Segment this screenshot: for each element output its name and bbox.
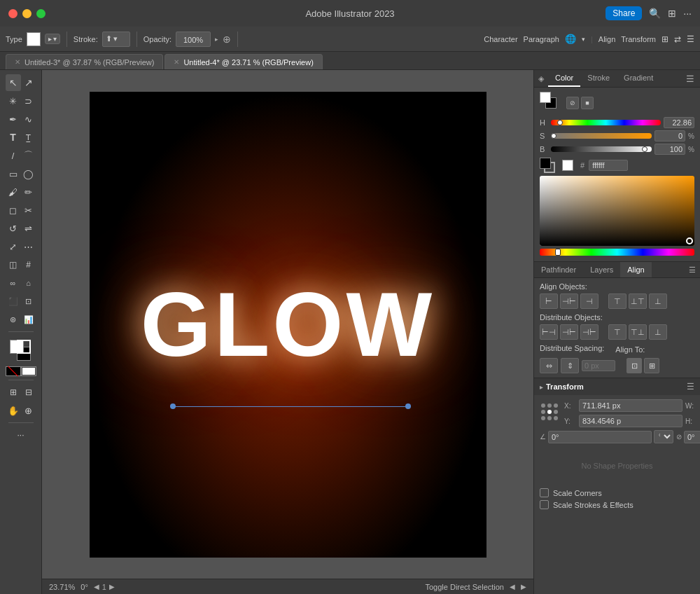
anchor-br[interactable] xyxy=(554,416,558,420)
transform-button[interactable]: Transform xyxy=(621,35,656,43)
free-transform-tool[interactable]: ⊡ xyxy=(21,293,36,310)
bright-value[interactable] xyxy=(654,144,685,155)
dist-bottom-button[interactable]: ⊥ xyxy=(649,324,667,340)
anchor-tc[interactable] xyxy=(547,403,552,408)
blend-tool[interactable]: ∞ xyxy=(6,275,21,291)
anchor-bc[interactable] xyxy=(547,416,552,420)
anchor-tl[interactable] xyxy=(541,403,545,408)
tab1-close[interactable]: ✕ xyxy=(15,58,20,66)
artboard-tool[interactable]: ⊞ xyxy=(6,384,21,401)
document-tab-1[interactable]: ✕ Untitled-3* @ 37.87 % (RGB/Preview) xyxy=(6,54,163,69)
dist-center-h-button[interactable]: ⊣⊢ xyxy=(560,324,578,340)
paragraph-button[interactable]: Paragraph xyxy=(524,35,559,43)
align-middle-v-button[interactable]: ⊥⊤ xyxy=(629,293,647,309)
transform-menu-icon[interactable]: ☰ xyxy=(687,382,694,392)
hue-value[interactable] xyxy=(664,117,694,128)
scale-tool[interactable]: ⤢ xyxy=(6,238,21,255)
scale-strokes-checkbox[interactable] xyxy=(540,500,549,509)
zoom-tool[interactable]: ⊕ xyxy=(21,402,36,419)
solid-color-button[interactable]: ■ xyxy=(581,97,594,109)
curvature-tool[interactable]: ∿ xyxy=(21,111,36,127)
color-gradient-picker[interactable] xyxy=(540,176,694,246)
search-icon[interactable]: 🔍 xyxy=(649,8,661,19)
pathfinder-tab[interactable]: Pathfinder xyxy=(534,262,583,277)
shaper-tool[interactable]: ⋯ xyxy=(21,238,36,255)
rect-tool[interactable]: ▭ xyxy=(6,165,21,182)
type-touch-tool[interactable]: T̲ xyxy=(21,129,36,146)
dist-spacing-h-button[interactable]: ⇔ xyxy=(540,358,558,373)
hue-strip[interactable] xyxy=(540,249,694,256)
hue-slider[interactable] xyxy=(551,120,661,125)
opacity-input[interactable]: 100% xyxy=(176,32,211,47)
selection-tool[interactable]: ↖ xyxy=(6,74,21,91)
rotate-tool[interactable]: ↺ xyxy=(6,220,21,237)
anchor-mc[interactable] xyxy=(547,410,552,414)
mesh-tool[interactable]: # xyxy=(21,256,36,273)
arrange-icon[interactable]: ⇄ xyxy=(674,34,681,44)
fill-swatch[interactable] xyxy=(27,32,41,46)
zoom-level[interactable]: 23.71% xyxy=(49,583,75,591)
spacing-value-input[interactable] xyxy=(582,360,615,371)
white-swatch[interactable] xyxy=(21,366,36,376)
anchor-tr[interactable] xyxy=(554,403,558,408)
type-tool[interactable]: T xyxy=(6,129,21,146)
dist-right-button[interactable]: ⊣⊢ xyxy=(580,324,598,340)
gradient-tool[interactable]: ◫ xyxy=(6,256,21,273)
scale-corners-checkbox[interactable] xyxy=(540,488,549,497)
fill-options-button[interactable]: ▸ ▾ xyxy=(45,34,60,44)
align-to-key-button[interactable]: ⊞ xyxy=(644,358,659,373)
dist-left-button[interactable]: ⊢⊣ xyxy=(540,324,558,340)
anchor-bl[interactable] xyxy=(541,416,545,420)
line-tool[interactable]: / xyxy=(6,147,21,164)
x-input[interactable] xyxy=(579,399,682,412)
dist-top-button[interactable]: ⊤ xyxy=(608,324,626,340)
perspective-tool[interactable]: ⬛ xyxy=(6,293,21,310)
align-tab[interactable]: Align xyxy=(620,262,651,277)
grid-icon[interactable]: ⊞ xyxy=(668,8,676,19)
fill-color-swatch[interactable] xyxy=(540,92,551,103)
hand-tool[interactable]: ✋ xyxy=(6,402,21,419)
anchor-mr[interactable] xyxy=(554,410,558,414)
none-color-button[interactable]: ⊘ xyxy=(566,97,579,109)
reflect-tool[interactable]: ⇌ xyxy=(21,220,36,237)
pen-tool[interactable]: ✒ xyxy=(6,111,21,127)
ellipse-tool[interactable]: ◯ xyxy=(21,165,36,182)
align-top-button[interactable]: ⊤ xyxy=(608,293,626,309)
align-bottom-button[interactable]: ⊥ xyxy=(649,293,667,309)
minimize-button[interactable] xyxy=(22,9,31,18)
hex-input[interactable] xyxy=(589,160,628,171)
align-right-button[interactable]: ⊣ xyxy=(580,293,598,309)
bright-slider[interactable] xyxy=(551,146,652,152)
pencil-tool[interactable]: ✏ xyxy=(21,184,36,200)
color-tab[interactable]: Color xyxy=(548,70,580,87)
transform-icon[interactable]: ⊞ xyxy=(662,34,668,44)
toggle-next-icon[interactable]: ▶ xyxy=(521,583,526,590)
character-button[interactable]: Character xyxy=(484,35,517,43)
stroke-tab[interactable]: Stroke xyxy=(580,70,617,87)
white-indicator[interactable] xyxy=(562,160,573,171)
gradient-tab[interactable]: Gradient xyxy=(617,70,660,87)
sat-slider[interactable] xyxy=(551,133,652,139)
envelope-tool[interactable]: ⌂ xyxy=(21,275,36,291)
lang-icon[interactable]: 🌐 xyxy=(565,34,576,44)
scissors-tool[interactable]: ✂ xyxy=(21,202,36,219)
dist-spacing-v-button[interactable]: ⇕ xyxy=(561,358,579,373)
close-button[interactable] xyxy=(8,9,18,18)
dist-middle-button[interactable]: ⊤⊥ xyxy=(629,324,647,340)
stroke-options[interactable]: ⬆ ▾ xyxy=(102,32,130,47)
lasso-tool[interactable]: ⊃ xyxy=(21,92,36,109)
y-input[interactable] xyxy=(579,415,682,427)
shear-input[interactable] xyxy=(684,431,700,443)
slice-tool[interactable]: ⊟ xyxy=(21,384,36,401)
eraser-tool[interactable]: ◻ xyxy=(6,202,21,219)
anchor-ml[interactable] xyxy=(541,410,545,414)
tab2-close[interactable]: ✕ xyxy=(174,58,179,66)
graph-tool[interactable]: 📊 xyxy=(21,311,36,328)
sat-value[interactable] xyxy=(654,130,685,141)
none-swatch[interactable] xyxy=(6,366,21,376)
arc-tool[interactable]: ⌒ xyxy=(21,147,36,164)
layers-tab[interactable]: Layers xyxy=(583,262,620,277)
more-tools-button[interactable]: ··· xyxy=(6,427,36,443)
hex-fill-swatch[interactable] xyxy=(540,158,551,169)
opacity-dropdown-icon[interactable]: ▸ xyxy=(215,36,218,43)
